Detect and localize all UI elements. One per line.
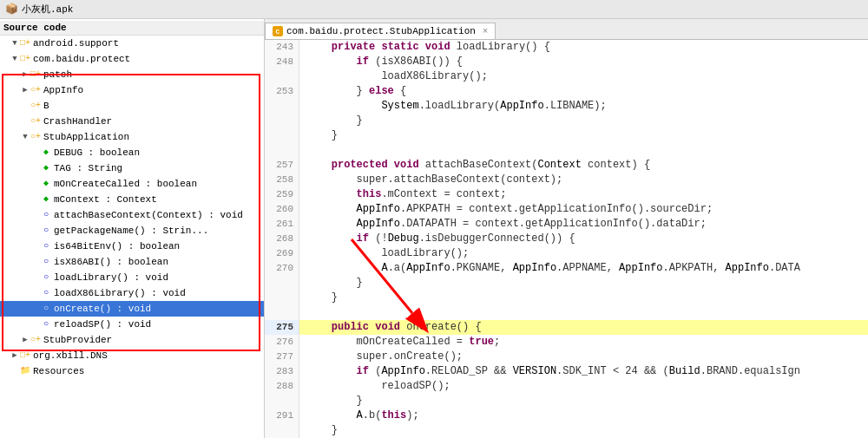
- line-number: [265, 291, 299, 305]
- line-number: 276: [265, 335, 299, 350]
- left-panel: Source code ▼□+android.support▼□+com.bai…: [0, 19, 265, 438]
- tree-arrow: ▶: [10, 349, 19, 363]
- line-number: [265, 143, 299, 158]
- code-content: protected void attachBaseContext(Context…: [299, 158, 650, 173]
- code-line: 259 this.mContext = context;: [265, 187, 868, 202]
- code-content: if (AppInfo.RELOAD_SP && VERSION.SDK_INT…: [299, 364, 800, 379]
- code-content: }: [299, 128, 338, 143]
- item-label: loadX86Library() : void: [54, 286, 186, 300]
- tree-item-attachBaseContext[interactable]: ○attachBaseContext(Context) : void: [0, 207, 264, 223]
- tab-close-button[interactable]: ×: [483, 26, 489, 36]
- line-number: 261: [265, 217, 299, 232]
- tree-item-Resources[interactable]: 📁Resources: [0, 363, 264, 379]
- tree-arrow: ▼: [10, 36, 19, 50]
- code-line: 276 mOnCreateCalled = true;: [265, 335, 868, 350]
- code-line: 260 AppInfo.APKPATH = context.getApplica…: [265, 202, 868, 217]
- tree-item-StubApplication[interactable]: ▼○+StubApplication: [0, 129, 264, 145]
- tree-item-reloadSP[interactable]: ○reloadSP() : void: [0, 317, 264, 332]
- code-line: }: [265, 423, 868, 438]
- tree-item-org-xbill-DNS[interactable]: ▶□+org.xbill.DNS: [0, 348, 264, 363]
- tree-item-loadLibrary[interactable]: ○loadLibrary() : void: [0, 270, 264, 285]
- method-icon: ○: [40, 256, 52, 268]
- apk-icon: 📦: [5, 3, 18, 16]
- item-label: TAG : String: [54, 161, 122, 175]
- tree-item-android-support[interactable]: ▼□+android.support: [0, 36, 264, 51]
- code-line: 248 if (isX86ABI()) {: [265, 55, 868, 69]
- tree-item-StubProvider[interactable]: ▶○+StubProvider: [0, 332, 264, 348]
- line-number: [265, 114, 299, 128]
- code-line: 283 if (AppInfo.RELOAD_SP && VERSION.SDK…: [265, 364, 868, 379]
- line-number: [265, 99, 299, 114]
- item-label: StubApplication: [43, 130, 129, 144]
- code-line: 291 A.b(this);: [265, 409, 868, 423]
- code-content: mOnCreateCalled = true;: [299, 335, 500, 350]
- tree-item-mContext[interactable]: ◆mContext : Context: [0, 192, 264, 207]
- code-content: [299, 143, 306, 158]
- line-number: 270: [265, 261, 299, 276]
- class-icon: ○+: [30, 115, 42, 127]
- method-icon: ○: [40, 209, 52, 221]
- source-code-header: Source code: [0, 21, 264, 36]
- tab-class-icon: C: [273, 26, 283, 36]
- code-content: AppInfo.APKPATH = context.getApplication…: [299, 202, 713, 217]
- editor-tab[interactable]: C com.baidu.protect.StubApplication ×: [265, 23, 496, 39]
- tree-item-loadX86Library[interactable]: ○loadX86Library() : void: [0, 285, 264, 301]
- code-line: loadX86Library();: [265, 69, 868, 84]
- code-content: [299, 305, 306, 320]
- line-number: [265, 423, 299, 438]
- item-label: getPackageName() : Strin...: [54, 224, 208, 238]
- code-content: reloadSP();: [299, 379, 450, 394]
- code-content: this.mContext = context;: [299, 187, 506, 202]
- code-content: super.onCreate();: [299, 350, 463, 364]
- code-content: AppInfo.DATAPATH = context.getApplicatio…: [299, 217, 707, 232]
- tree-item-onCreate[interactable]: ○onCreate() : void: [0, 301, 264, 317]
- code-line: }: [265, 276, 868, 291]
- title-bar: 📦 小灰机.apk: [0, 0, 868, 19]
- tree-item-mOnCreateCalled[interactable]: ◆mOnCreateCalled : boolean: [0, 176, 264, 192]
- item-label: is64BitEnv() : boolean: [54, 239, 180, 253]
- code-content: }: [299, 423, 338, 438]
- item-label: B: [43, 99, 49, 113]
- tree-item-isX86ABI[interactable]: ○isX86ABI() : boolean: [0, 254, 264, 270]
- package-icon: □+: [19, 350, 31, 362]
- line-number: 277: [265, 350, 299, 364]
- code-content: A.a(AppInfo.PKGNAME, AppInfo.APPNAME, Ap…: [299, 261, 800, 276]
- code-line: 253 } else {: [265, 84, 868, 99]
- line-number: 283: [265, 364, 299, 379]
- folder-icon: 📁: [19, 365, 31, 377]
- item-label: com.baidu.protect: [33, 52, 130, 66]
- code-content: loadX86Library();: [299, 69, 488, 84]
- right-panel: C com.baidu.protect.StubApplication × 24: [265, 19, 868, 438]
- tree-item-patch[interactable]: ▶□+patch: [0, 67, 264, 82]
- item-label: DEBUG : boolean: [54, 146, 140, 160]
- tree-item-com-baidu-protect[interactable]: ▼□+com.baidu.protect: [0, 51, 264, 67]
- code-line: 270 A.a(AppInfo.PKGNAME, AppInfo.APPNAME…: [265, 261, 868, 276]
- class-icon: ○+: [30, 334, 42, 346]
- tree-arrow: ▶: [21, 83, 30, 97]
- code-content: loadLibrary();: [299, 246, 469, 261]
- tree-item-B[interactable]: ○+B: [0, 98, 264, 114]
- tree-item-AppInfo[interactable]: ▶○+AppInfo: [0, 82, 264, 98]
- code-container: 243 private static void loadLibrary() {2…: [265, 40, 868, 438]
- main-layout: Source code ▼□+android.support▼□+com.bai…: [0, 19, 868, 438]
- tree-item-is64BitEnv[interactable]: ○is64BitEnv() : boolean: [0, 239, 264, 254]
- line-number: 268: [265, 232, 299, 246]
- tree-item-DEBUG[interactable]: ◆DEBUG : boolean: [0, 145, 264, 160]
- tree-item-TAG[interactable]: ◆TAG : String: [0, 160, 264, 176]
- line-number: 259: [265, 187, 299, 202]
- package-icon: □+: [30, 69, 42, 81]
- source-code-label: Source code: [3, 23, 67, 33]
- code-line: }: [265, 394, 868, 409]
- tab-bar: C com.baidu.protect.StubApplication ×: [265, 19, 868, 40]
- code-line: }: [265, 291, 868, 305]
- code-content: }: [299, 276, 363, 291]
- method-icon: ○: [40, 318, 52, 330]
- code-content: System.loadLibrary(AppInfo.LIBNAME);: [299, 99, 607, 114]
- class-icon: ○+: [30, 131, 42, 143]
- code-line: 243 private static void loadLibrary() {: [265, 40, 868, 55]
- code-content: A.b(this);: [299, 409, 419, 423]
- code-content: }: [299, 394, 363, 409]
- tree-item-getPackageName[interactable]: ○getPackageName() : Strin...: [0, 223, 264, 239]
- tree-item-CrashHandler[interactable]: ○+CrashHandler: [0, 114, 264, 129]
- line-number: [265, 276, 299, 291]
